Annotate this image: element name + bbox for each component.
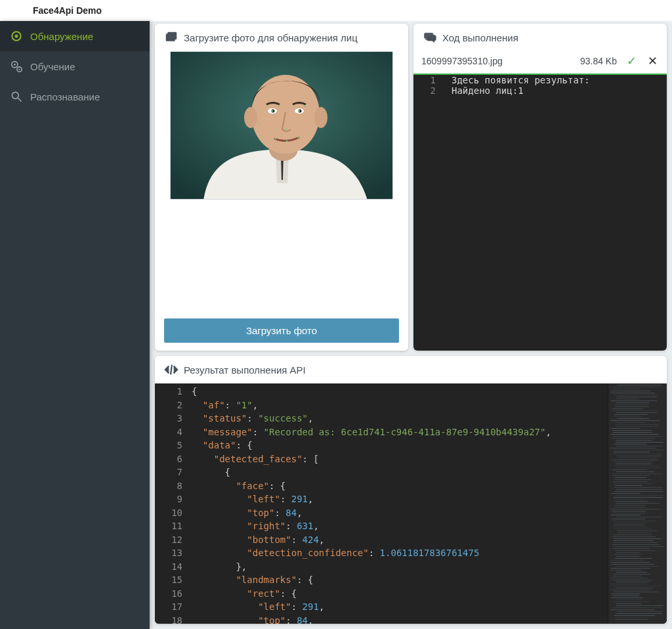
svg-point-20 [272, 110, 273, 112]
panel-header: Результат выполнения API [155, 356, 667, 383]
code-body: { "af": "1", "status": "success", "messa… [189, 383, 608, 624]
minimap[interactable] [608, 383, 667, 624]
svg-point-26 [259, 123, 260, 125]
search-icon [9, 89, 24, 104]
uploaded-photo [170, 51, 393, 200]
svg-point-29 [278, 105, 279, 106]
sidebar-item-recognition[interactable]: Распознавание [0, 81, 150, 112]
check-icon: ✓ [623, 54, 639, 68]
panel-title: Ход выполнения [442, 32, 518, 43]
app-title-bar: Face4Api Demo [0, 0, 672, 21]
svg-point-30 [293, 105, 295, 106]
result-panel: Результат выполнения API 123456789101112… [155, 356, 667, 624]
svg-point-6 [12, 92, 18, 98]
svg-point-25 [286, 141, 287, 142]
svg-point-23 [275, 138, 276, 139]
svg-point-1 [15, 35, 18, 38]
code-editor[interactable]: 123456789101112131415161718 { "af": "1",… [155, 383, 667, 624]
panel-header: Ход выполнения [413, 24, 667, 51]
svg-point-31 [304, 105, 305, 106]
svg-line-7 [18, 98, 22, 102]
file-size: 93.84 Kb [558, 56, 617, 66]
svg-point-15 [314, 107, 327, 128]
svg-point-27 [313, 122, 314, 123]
progress-panel: Ход выполнения 1609997395310.jpg 93.84 K… [413, 24, 667, 351]
chat-icon [423, 30, 437, 45]
svg-point-24 [297, 137, 299, 138]
sidebar-item-label: Обнаружение [30, 31, 93, 42]
main-layout: Обнаружение Обучение Распознавание Загру… [0, 21, 672, 629]
file-name: 1609997395310.jpg [421, 56, 551, 66]
svg-point-3 [14, 64, 16, 66]
panel-title: Загрузите фото для обнаружения лиц [184, 32, 358, 43]
sidebar-item-detection[interactable]: Обнаружение [0, 21, 150, 51]
images-icon [164, 30, 178, 45]
progress-console[interactable]: 1Здесь появится результат:2Найдено лиц:1 [413, 74, 667, 351]
content-grid: Загрузите фото для обнаружения лиц [150, 21, 672, 629]
panel-header: Загрузите фото для обнаружения лиц [155, 24, 408, 51]
svg-point-5 [18, 68, 20, 70]
svg-line-32 [171, 365, 172, 375]
line-gutter: 123456789101112131415161718 [155, 383, 189, 624]
upload-body: Загрузить фото [155, 51, 408, 351]
sidebar-item-label: Обучение [30, 61, 75, 72]
gear-icon [9, 59, 24, 74]
svg-point-14 [244, 107, 257, 128]
upload-panel: Загрузите фото для обнаружения лиц [155, 24, 408, 351]
sidebar-item-label: Распознавание [30, 91, 100, 102]
panel-title: Результат выполнения API [184, 364, 306, 376]
svg-point-22 [285, 129, 287, 130]
upload-file-row: 1609997395310.jpg 93.84 Kb ✓ ✕ [413, 51, 667, 74]
app-title: Face4Api Demo [33, 5, 102, 16]
close-icon[interactable]: ✕ [646, 54, 659, 68]
upload-button[interactable]: Загрузить фото [164, 318, 399, 343]
target-icon [9, 29, 24, 43]
svg-point-28 [267, 105, 268, 106]
svg-point-21 [299, 110, 300, 112]
sidebar-item-training[interactable]: Обучение [0, 51, 150, 81]
progress-body: 1609997395310.jpg 93.84 Kb ✓ ✕ 1Здесь по… [413, 51, 667, 351]
sidebar: Обнаружение Обучение Распознавание [0, 21, 150, 629]
code-icon [164, 362, 178, 377]
